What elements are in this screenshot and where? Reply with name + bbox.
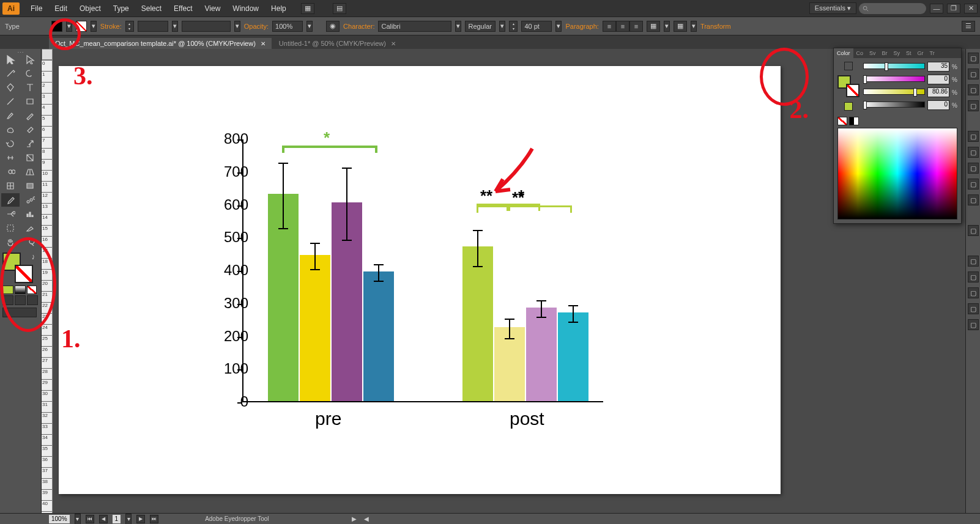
none-mode-swatch[interactable] [27,286,37,294]
scale-tool[interactable] [21,137,39,150]
blob-brush-tool[interactable] [1,123,20,136]
gradient-tool[interactable] [21,179,39,193]
stroke-swatch[interactable] [76,21,87,32]
window-maximize-button[interactable]: ❐ [947,4,960,13]
shape-builder-tool[interactable] [1,165,20,179]
tab-close-icon[interactable]: ✕ [391,40,396,47]
free-transform-tool[interactable] [21,151,39,164]
slider-thumb[interactable] [885,62,888,71]
menu-view[interactable]: View [199,2,227,15]
slider-track[interactable] [863,63,925,70]
type-tool[interactable] [21,81,39,94]
pen-tool[interactable] [1,81,20,94]
panel-fill-stroke[interactable] [837,75,859,97]
fill-swatch[interactable] [51,21,62,32]
stroke-profile-field[interactable] [182,21,231,32]
eyedropper-tool[interactable] [1,193,20,207]
panel-tab-br[interactable]: Br [879,48,891,58]
window-close-button[interactable]: ✕ [964,4,978,13]
blend-tool[interactable] [21,193,39,207]
character-panel-icon[interactable]: ▢ [968,256,979,267]
menu-window[interactable]: Window [226,2,265,15]
control-bar-menu-icon[interactable]: ☰ [962,21,975,32]
menubar-icon-2[interactable]: ▤ [333,3,346,14]
gradient-panel-icon[interactable]: ▢ [968,147,979,158]
rectangle-tool[interactable] [21,95,39,108]
status-menu-arrow[interactable]: ▶ [352,515,357,522]
artboard-number-field[interactable]: 1 [113,515,121,523]
menu-file[interactable]: File [24,2,48,15]
align-panel-icon[interactable]: ▦ [647,21,660,32]
slider-track[interactable] [863,89,925,96]
menu-type[interactable]: Type [107,2,135,15]
stroke-panel-icon[interactable]: ▢ [968,131,979,142]
color-panel[interactable]: ColorCoSvBrSyStGrTr 35%0%80.86%0% [833,48,962,224]
panel-none-swatch[interactable] [837,117,847,125]
font-family-field[interactable]: Calibri [378,21,451,32]
graphic-styles-panel-icon[interactable]: ▢ [968,194,979,205]
color-panel-icon[interactable]: ▢ [968,53,979,64]
perspective-grid-tool[interactable] [21,165,39,179]
cmyk-value-y[interactable]: 80.86 [927,87,949,97]
font-size-nudge[interactable]: ▴▾ [509,21,518,32]
selection-tool[interactable] [1,53,20,66]
artboard-nav-next[interactable]: ▶ [136,515,145,523]
search-input[interactable] [859,3,926,14]
layers-panel-icon[interactable]: ▢ [968,225,979,236]
stroke-weight-field[interactable] [138,21,168,32]
stroke-swatch-dd[interactable]: ▾ [91,21,97,32]
workspace-dropdown[interactable]: Essentials ▾ [809,2,856,14]
eraser-tool[interactable] [21,123,39,136]
cmyk-value-m[interactable]: 0 [927,75,949,84]
slider-track[interactable] [863,101,925,109]
draw-normal-button[interactable] [2,295,13,305]
slider-thumb[interactable] [863,75,867,84]
align-center-button[interactable]: ≡ [616,21,629,32]
cmyk-value-k[interactable]: 0 [927,100,949,110]
color-spectrum[interactable] [837,128,957,220]
slider-track[interactable] [863,76,925,83]
transparency-panel-icon[interactable]: ▢ [968,163,979,174]
panel-tab-st[interactable]: St [903,48,915,58]
menubar-icon-1[interactable]: ▦ [301,3,314,14]
toolbox-stroke-swatch[interactable] [15,265,33,283]
swatches-panel-icon[interactable]: ▢ [968,68,979,79]
panel-tab-sy[interactable]: Sy [891,48,904,58]
document-tab[interactable]: Untitled-1* @ 50% (CMYK/Preview)✕ [273,38,402,49]
hscroll-left[interactable]: ◀ [364,515,369,522]
panel-tab-gr[interactable]: Gr [915,48,927,58]
line-tool[interactable] [1,95,20,108]
align-left-button[interactable]: ≡ [603,21,616,32]
symbols-panel-icon[interactable]: ▢ [968,100,979,111]
artboard-nav-last[interactable]: ⏭ [150,515,158,523]
menu-help[interactable]: Help [265,2,292,15]
slice-tool[interactable] [21,221,39,235]
screen-mode-button[interactable] [2,308,37,317]
color-mode-swatch[interactable] [2,286,13,294]
stroke-weight-nudge[interactable]: ▴▾ [125,21,134,32]
width-tool[interactable] [1,151,20,164]
align-panel-dock-icon[interactable]: ▢ [968,287,979,298]
appearance-panel-icon[interactable]: ▢ [968,179,979,190]
slider-thumb[interactable] [863,101,867,109]
panel-bw-swatch[interactable] [849,117,859,125]
hand-tool[interactable] [1,235,20,249]
panel-mode-icon-1[interactable] [844,62,853,70]
rotate-tool[interactable] [1,137,20,150]
paragraph-panel-icon[interactable]: ▢ [968,271,979,282]
panel-mode-icon-2[interactable] [844,102,853,111]
canvas[interactable]: 0100200300400500600700800 prepost ****** [53,60,965,513]
slider-thumb[interactable] [913,88,917,97]
artboard-nav-first[interactable]: ⏮ [86,515,94,523]
transform-panel-icon[interactable]: ▦ [674,21,687,32]
column-graph-tool[interactable] [21,207,39,221]
paintbrush-tool[interactable] [1,109,20,122]
window-minimize-button[interactable]: — [930,4,943,13]
font-size-field[interactable]: 40 pt [521,21,552,32]
draw-inside-button[interactable] [27,295,38,305]
align-right-button[interactable]: ≡ [629,21,643,32]
menu-object[interactable]: Object [73,2,107,15]
lasso-tool[interactable] [21,67,39,80]
pencil-tool[interactable] [21,109,39,122]
zoom-dd[interactable]: ▾ [75,514,81,525]
